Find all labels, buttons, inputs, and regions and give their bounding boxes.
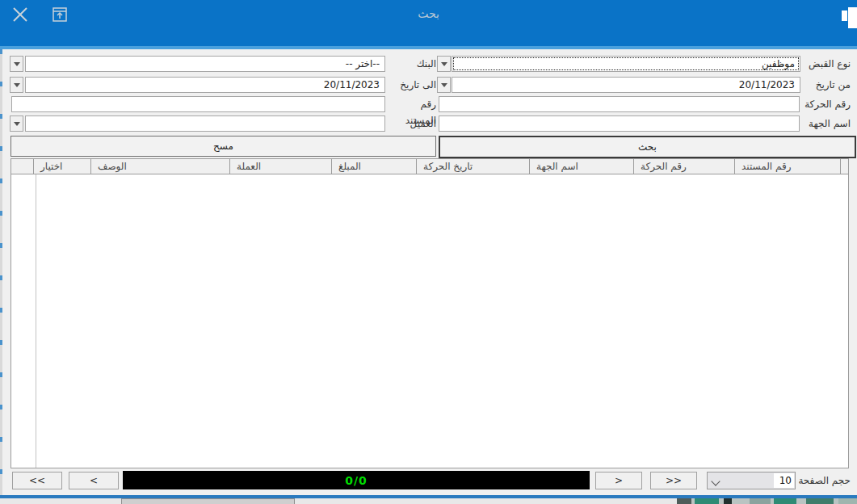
background-window-fragments (677, 498, 857, 504)
column-header-movement-number[interactable]: رقم الحركة (633, 159, 734, 174)
page-size-label: حجم الصفحة (798, 472, 851, 489)
bank-combobox[interactable]: --اختر -- (25, 56, 385, 72)
grid-columns-left-boundary (36, 174, 36, 468)
chevron-down-icon (441, 62, 447, 66)
movement-number-input[interactable] (439, 96, 800, 112)
app-logo-blocks-icon (838, 0, 857, 32)
header-filler-cell (11, 159, 33, 174)
record-counter: 0/0 (345, 474, 368, 487)
results-table-body[interactable] (11, 174, 849, 468)
column-header-entity-name[interactable]: اسم الجهة (529, 159, 633, 174)
movement-number-label: رقم الحركة (800, 96, 851, 112)
from-date-field[interactable]: 20/11/2023 (452, 77, 800, 93)
next-page-button[interactable]: > (595, 472, 642, 489)
record-counter-bar: 0/0 (123, 471, 590, 489)
chevron-down-icon (14, 62, 20, 66)
background-window-strip (0, 498, 857, 504)
page-size-value: 10 (774, 473, 794, 488)
document-number-label: رقم المستند (388, 96, 436, 112)
receipt-type-combobox[interactable]: موظفين (452, 56, 800, 72)
search-button[interactable]: بحث (439, 136, 856, 158)
last-page-button[interactable]: >> (650, 472, 697, 489)
first-page-button[interactable]: << (12, 472, 62, 489)
from-date-dropdown-button[interactable] (437, 77, 451, 93)
column-header-document-number[interactable]: رقم المستند (734, 159, 840, 174)
column-header-currency[interactable]: العملة (229, 159, 331, 174)
entity-name-input[interactable] (439, 116, 800, 132)
bank-dropdown-button[interactable] (10, 56, 23, 72)
to-date-label: الى تاريخ (388, 77, 436, 93)
window-title: بحث (0, 7, 857, 20)
results-table-header: رقم المستند رقم الحركة اسم الجهة تاريخ ا… (11, 158, 849, 174)
previous-page-button[interactable]: < (69, 472, 119, 489)
to-date-dropdown-button[interactable] (10, 77, 23, 93)
background-window-bar (121, 498, 295, 504)
row-header-cell (840, 159, 848, 174)
column-header-movement-date[interactable]: تاريخ الحركة (416, 159, 529, 174)
title-bar: بحث (0, 0, 857, 46)
column-header-description[interactable]: الوصف (90, 159, 229, 174)
clear-button[interactable]: مسح (11, 136, 436, 157)
page-size-select[interactable]: 10 (707, 472, 796, 489)
background-window-edge (0, 49, 2, 495)
to-date-field[interactable]: 20/11/2023 (25, 77, 385, 93)
column-header-amount[interactable]: المبلغ (331, 159, 416, 174)
bank-label: البنك (388, 56, 436, 72)
entity-name-label: اسم الجهة (800, 116, 851, 132)
client-combobox[interactable] (25, 116, 385, 132)
client-dropdown-button[interactable] (10, 116, 23, 132)
client-label: العميل (388, 116, 436, 132)
chevron-down-icon (711, 477, 720, 485)
chevron-down-icon (14, 122, 20, 126)
from-date-label: من تاريخ (800, 77, 851, 93)
chevron-down-icon (441, 83, 447, 87)
receipt-type-dropdown-button[interactable] (437, 56, 451, 72)
search-dialog-window: بحث نوع القبض موظفين البنك --اختر -- من … (0, 0, 857, 498)
receipt-type-label: نوع القبض (800, 56, 851, 72)
column-header-select[interactable]: اختيار (33, 159, 90, 174)
document-number-input[interactable] (11, 96, 385, 112)
chevron-down-icon (14, 83, 20, 87)
